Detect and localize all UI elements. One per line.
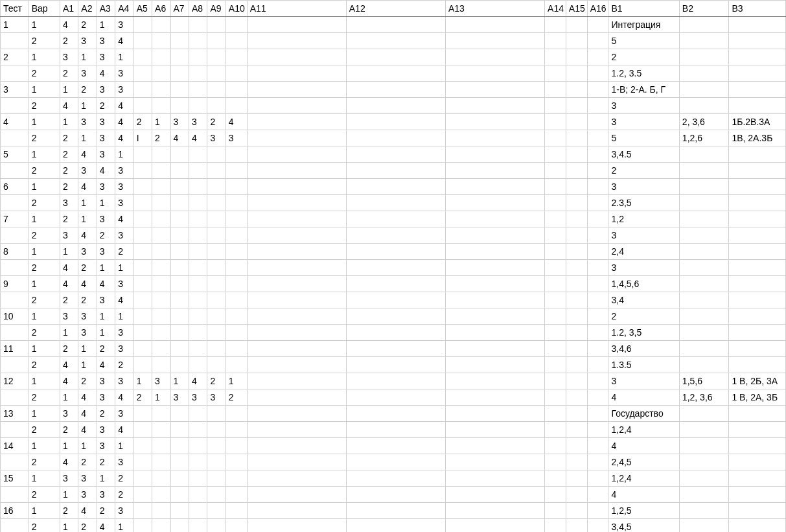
table-cell[interactable]: 2 (29, 325, 60, 341)
table-cell[interactable]: 2 (60, 163, 78, 179)
table-cell[interactable]: 8 (1, 244, 29, 260)
table-cell[interactable] (170, 357, 189, 373)
table-cell[interactable]: 2 (29, 98, 60, 114)
table-cell[interactable] (445, 244, 544, 260)
table-cell[interactable] (152, 519, 170, 533)
table-cell[interactable] (247, 438, 346, 454)
table-cell[interactable] (225, 244, 247, 260)
table-cell[interactable] (207, 357, 225, 373)
table-cell[interactable] (189, 227, 207, 244)
table-cell[interactable] (1, 227, 29, 244)
table-cell[interactable]: 1,5,6 (679, 373, 729, 389)
table-cell[interactable]: 1 (1, 17, 29, 33)
table-cell[interactable] (545, 163, 566, 179)
table-cell[interactable] (566, 503, 587, 519)
table-cell[interactable] (152, 17, 170, 33)
table-cell[interactable] (545, 389, 566, 406)
table-cell[interactable] (679, 65, 729, 82)
table-cell[interactable] (247, 211, 346, 227)
table-cell[interactable] (566, 114, 587, 130)
table-cell[interactable]: 3 (97, 179, 115, 195)
table-cell[interactable] (566, 146, 587, 163)
table-cell[interactable]: 2 (29, 487, 60, 503)
table-cell[interactable]: 2 (29, 33, 60, 49)
table-cell[interactable] (729, 503, 786, 519)
table-cell[interactable] (545, 211, 566, 227)
table-cell[interactable]: 14 (1, 438, 29, 454)
table-cell[interactable]: 1 (115, 438, 133, 454)
table-cell[interactable] (189, 260, 207, 276)
table-cell[interactable]: 2 (78, 519, 97, 533)
table-cell[interactable]: 4 (78, 406, 97, 422)
table-cell[interactable] (566, 98, 587, 114)
table-cell[interactable]: 4 (60, 98, 78, 114)
table-cell[interactable]: 4 (608, 438, 679, 454)
table-cell[interactable] (247, 130, 346, 146)
table-cell[interactable] (545, 422, 566, 438)
table-cell[interactable]: 2 (115, 244, 133, 260)
table-cell[interactable]: 2 (29, 227, 60, 244)
table-cell[interactable] (545, 98, 566, 114)
table-cell[interactable]: 1 (97, 195, 115, 211)
table-cell[interactable] (445, 98, 544, 114)
table-cell[interactable] (189, 341, 207, 357)
table-cell[interactable] (346, 179, 445, 195)
table-cell[interactable] (679, 470, 729, 487)
table-cell[interactable] (152, 65, 170, 82)
table-cell[interactable]: 3 (60, 470, 78, 487)
table-cell[interactable] (545, 487, 566, 503)
table-cell[interactable] (207, 146, 225, 163)
table-cell[interactable] (545, 82, 566, 98)
table-cell[interactable]: 3 (60, 49, 78, 65)
table-cell[interactable] (133, 357, 152, 373)
table-cell[interactable] (247, 276, 346, 292)
table-cell[interactable] (729, 211, 786, 227)
table-cell[interactable] (545, 325, 566, 341)
table-cell[interactable] (445, 519, 544, 533)
table-cell[interactable]: 1 (29, 244, 60, 260)
table-cell[interactable] (170, 276, 189, 292)
table-cell[interactable] (346, 146, 445, 163)
table-cell[interactable] (587, 82, 608, 98)
table-cell[interactable]: 1 (29, 49, 60, 65)
table-cell[interactable]: 1 (29, 470, 60, 487)
table-cell[interactable]: 4 (97, 163, 115, 179)
table-cell[interactable]: 1 (78, 438, 97, 454)
table-cell[interactable]: 12 (1, 373, 29, 389)
table-cell[interactable] (729, 33, 786, 49)
table-cell[interactable]: 1 (29, 308, 60, 325)
table-cell[interactable] (566, 373, 587, 389)
table-cell[interactable]: 1,2,4 (608, 470, 679, 487)
table-cell[interactable] (207, 454, 225, 470)
table-cell[interactable]: 4 (97, 276, 115, 292)
table-cell[interactable]: 1 (29, 503, 60, 519)
table-cell[interactable]: 2 (608, 308, 679, 325)
table-cell[interactable] (445, 49, 544, 65)
table-cell[interactable]: 10 (1, 308, 29, 325)
table-cell[interactable] (545, 276, 566, 292)
table-cell[interactable] (587, 454, 608, 470)
table-cell[interactable]: 2 (78, 17, 97, 33)
table-cell[interactable] (346, 82, 445, 98)
table-cell[interactable]: 4 (115, 98, 133, 114)
table-cell[interactable]: 3 (189, 389, 207, 406)
table-cell[interactable] (445, 211, 544, 227)
table-cell[interactable] (207, 470, 225, 487)
table-cell[interactable]: 3 (97, 33, 115, 49)
table-cell[interactable] (170, 292, 189, 308)
table-cell[interactable] (152, 454, 170, 470)
table-cell[interactable] (225, 470, 247, 487)
table-cell[interactable]: 2 (207, 373, 225, 389)
table-cell[interactable] (133, 146, 152, 163)
table-cell[interactable]: 1 (78, 195, 97, 211)
table-cell[interactable] (170, 163, 189, 179)
table-cell[interactable] (247, 519, 346, 533)
table-cell[interactable] (189, 357, 207, 373)
table-cell[interactable]: 4 (189, 130, 207, 146)
table-cell[interactable] (545, 373, 566, 389)
table-cell[interactable] (225, 292, 247, 308)
table-cell[interactable] (170, 179, 189, 195)
table-cell[interactable] (545, 519, 566, 533)
table-cell[interactable] (1, 260, 29, 276)
table-cell[interactable] (133, 487, 152, 503)
